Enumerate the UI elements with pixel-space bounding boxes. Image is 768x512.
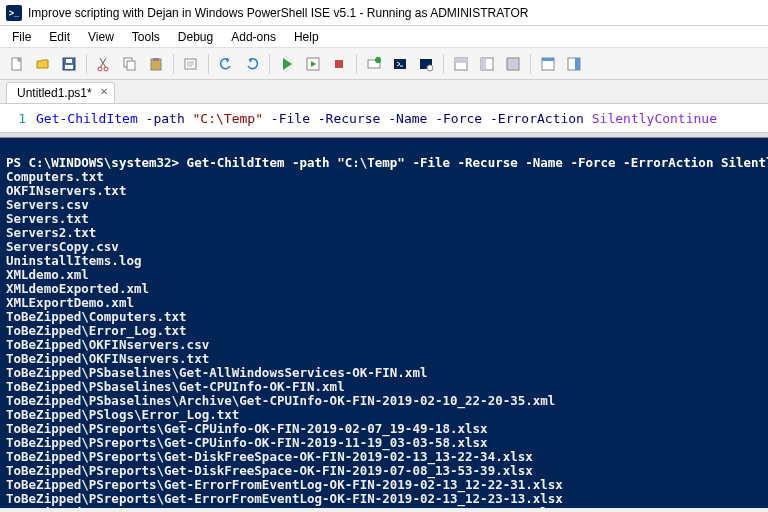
console-line: UninstallItems.log [6, 254, 762, 268]
svg-rect-21 [481, 58, 486, 70]
cut-button[interactable] [93, 53, 115, 75]
layout-top-button[interactable] [450, 53, 472, 75]
console-line: ToBeZipped\PSlogs\Error_Log.txt [6, 408, 762, 422]
console-line: Servers.csv [6, 198, 762, 212]
menu-view[interactable]: View [80, 28, 122, 46]
token-param: -ErrorAction [490, 111, 584, 126]
svg-rect-9 [153, 58, 159, 61]
window-title: Improve scripting with Dejan in Windows … [28, 6, 528, 20]
menu-addons[interactable]: Add-ons [223, 28, 284, 46]
console-line: ToBeZipped\PSreports\Get-ErrorFromEventL… [6, 478, 762, 492]
svg-point-14 [375, 57, 381, 63]
menu-tools[interactable]: Tools [124, 28, 168, 46]
script-tab[interactable]: Untitled1.ps1* ✕ [6, 82, 115, 103]
console-line: XMLExportDemo.xml [6, 296, 762, 310]
run-button[interactable] [276, 53, 298, 75]
console-line: ServersCopy.csv [6, 240, 762, 254]
token-cmdlet: Get-ChildItem [36, 111, 138, 126]
find-button[interactable] [180, 53, 202, 75]
console-line: ToBeZipped\PSreports\Get-CPUinfo-OK-FIN-… [6, 422, 762, 436]
token-param: -File [271, 111, 310, 126]
console-line: ToBeZipped\PSreports\Get-ErrorFromEventL… [6, 492, 762, 506]
console-line: Servers.txt [6, 212, 762, 226]
svg-rect-22 [507, 58, 519, 70]
menu-bar: File Edit View Tools Debug Add-ons Help [0, 26, 768, 48]
toolbar-separator [356, 54, 357, 74]
console-line: ToBeZipped\PSreports\Get-DiskFreeSpace-O… [6, 450, 762, 464]
line-number: 1 [8, 111, 36, 126]
token-param: -Name [388, 111, 427, 126]
console-line: XMLdemo.xml [6, 268, 762, 282]
console-line: ToBeZipped\PSbaselines\Get-AllWindowsSer… [6, 366, 762, 380]
menu-edit[interactable]: Edit [41, 28, 78, 46]
script-editor[interactable]: 1 Get-ChildItem -path "C:\Temp" -File -R… [0, 104, 768, 132]
toolbar-separator [173, 54, 174, 74]
console-line: XMLdemoExported.xml [6, 282, 762, 296]
menu-debug[interactable]: Debug [170, 28, 221, 46]
token-string: "C:\Temp" [193, 111, 263, 126]
token-param: -path [146, 111, 185, 126]
run-selection-button[interactable] [302, 53, 324, 75]
svg-rect-7 [127, 61, 135, 70]
svg-point-17 [427, 65, 433, 71]
command-addon-button[interactable] [563, 53, 585, 75]
new-remote-button[interactable] [363, 53, 385, 75]
console-prompt: PS C:\WINDOWS\system32> Get-ChildItem -p… [6, 156, 762, 170]
open-button[interactable] [32, 53, 54, 75]
svg-rect-3 [66, 59, 72, 63]
script-tab-strip: Untitled1.ps1* ✕ [0, 80, 768, 104]
console-line: ToBeZipped\PSbaselines\Archive\Get-CPUIn… [6, 394, 762, 408]
new-button[interactable] [6, 53, 28, 75]
console-line: ToBeZipped\PSreports\Get-CPUinfo-OK-FIN-… [6, 436, 762, 450]
remote-tab-button[interactable] [415, 53, 437, 75]
console-line: Computers.txt [6, 170, 762, 184]
menu-help[interactable]: Help [286, 28, 327, 46]
console-line: ToBeZipped\OKFINservers.txt [6, 352, 762, 366]
redo-button[interactable] [241, 53, 263, 75]
toolbar-separator [269, 54, 270, 74]
svg-rect-26 [575, 58, 580, 70]
token-param: -Force [435, 111, 482, 126]
console-output: Computers.txtOKFINservers.txtServers.csv… [6, 170, 762, 508]
layout-side-button[interactable] [476, 53, 498, 75]
stop-button[interactable] [328, 53, 350, 75]
console-line: ToBeZipped\PSbaselines\Get-CPUInfo-OK-FI… [6, 380, 762, 394]
svg-rect-2 [65, 65, 73, 69]
token-param: -Recurse [318, 111, 381, 126]
svg-rect-24 [542, 58, 554, 61]
paste-button[interactable] [145, 53, 167, 75]
close-icon[interactable]: ✕ [100, 86, 108, 97]
title-bar: >_ Improve scripting with Dejan in Windo… [0, 0, 768, 26]
show-command-button[interactable] [537, 53, 559, 75]
console-pane[interactable]: PS C:\WINDOWS\system32> Get-ChildItem -p… [0, 138, 768, 508]
tab-label: Untitled1.ps1* [17, 86, 92, 100]
save-button[interactable] [58, 53, 80, 75]
console-line: ToBeZipped\PSreports\Get-ErrorFromEventL… [6, 506, 762, 508]
toolbar-separator [443, 54, 444, 74]
layout-full-button[interactable] [502, 53, 524, 75]
toolbar-separator [530, 54, 531, 74]
svg-rect-19 [455, 58, 467, 63]
console-line: OKFINservers.txt [6, 184, 762, 198]
copy-button[interactable] [119, 53, 141, 75]
menu-file[interactable]: File [4, 28, 39, 46]
console-line: ToBeZipped\OKFINservers.csv [6, 338, 762, 352]
console-line: ToBeZipped\PSreports\Get-DiskFreeSpace-O… [6, 464, 762, 478]
console-line: ToBeZipped\Computers.txt [6, 310, 762, 324]
console-line: ToBeZipped\Error_Log.txt [6, 324, 762, 338]
undo-button[interactable] [215, 53, 237, 75]
token-arg: SilentlyContinue [592, 111, 717, 126]
app-icon: >_ [6, 5, 22, 21]
svg-rect-12 [335, 60, 343, 68]
toolbar-separator [208, 54, 209, 74]
toolbar-separator [86, 54, 87, 74]
console-line: Servers2.txt [6, 226, 762, 240]
powershell-tab-button[interactable] [389, 53, 411, 75]
toolbar [0, 48, 768, 80]
